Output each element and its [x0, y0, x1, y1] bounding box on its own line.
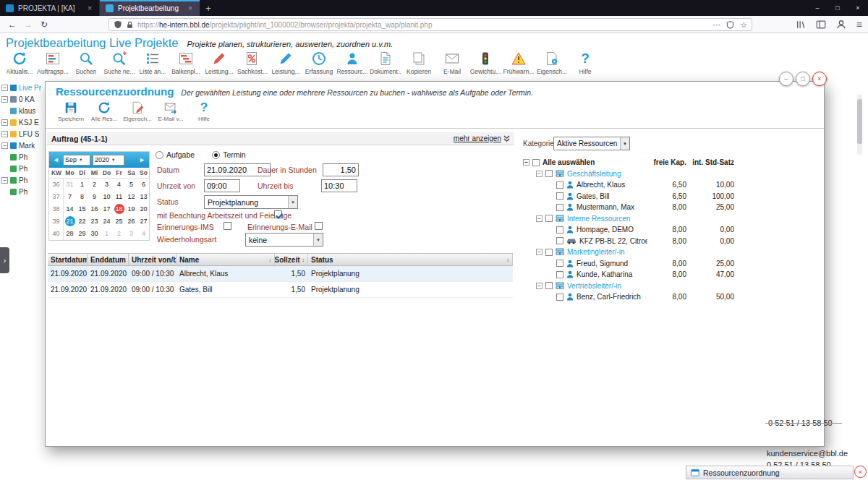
email-button[interactable]: E-Mail	[435, 51, 469, 75]
tracking-shield-icon[interactable]	[114, 20, 122, 29]
calendar-day[interactable]: 22	[76, 215, 88, 228]
tab-projektbearbeitung[interactable]: Projektbearbeitung ×	[100, 0, 200, 16]
dialog-minimize-button[interactable]: –	[779, 72, 793, 86]
resource-checkbox[interactable]	[556, 271, 563, 278]
url-text[interactable]: https://he-intern.bbl.de/projekta/plight…	[137, 21, 709, 29]
calendar-day[interactable]: 14	[64, 203, 76, 215]
resource-group[interactable]: − Interne Ressourcen	[520, 213, 734, 225]
calendar-day-today[interactable]: 18	[113, 203, 125, 215]
save-button[interactable]: Speichern	[54, 100, 88, 122]
resource-checkbox[interactable]	[556, 192, 563, 200]
calendar-day[interactable]: 23	[88, 215, 101, 228]
window-minimize-button[interactable]: –	[807, 0, 827, 16]
resource-group[interactable]: − Geschäftsleitung	[520, 168, 734, 180]
service-edit-button[interactable]: Leistung...	[203, 51, 236, 75]
expander-icon[interactable]: −	[523, 159, 529, 166]
calendar-day[interactable]: 3	[125, 228, 137, 240]
resource-checkbox[interactable]	[556, 204, 563, 211]
group-checkbox[interactable]	[545, 249, 553, 256]
expander-icon[interactable]: −	[1, 119, 8, 126]
page-scrollbar[interactable]	[857, 94, 862, 155]
erinnerung-ims-checkbox[interactable]	[224, 222, 231, 230]
radio-icon[interactable]	[212, 151, 220, 159]
month-select[interactable]: Sep▼	[63, 155, 90, 166]
material-costs-button[interactable]: Sachkost...	[236, 51, 269, 75]
calendar-day[interactable]: 7	[64, 191, 76, 203]
expander-icon[interactable]: −	[536, 215, 542, 222]
uhrzeit-bis-input[interactable]	[321, 179, 357, 192]
select-all-row[interactable]: − Alle auswählen freie Kap. int. Std-Sat…	[520, 157, 734, 168]
year-select[interactable]: 2020▼	[93, 155, 124, 166]
taskbar-item-ressourcenzuordnung[interactable]: Ressourcenzuordnung	[686, 466, 854, 479]
expander-icon[interactable]: −	[536, 283, 542, 289]
next-month-icon[interactable]: ►	[137, 156, 147, 163]
resource-group[interactable]: − Marketingleiter/-in	[520, 247, 734, 258]
resource-row[interactable]: Albrecht, Klaus 6,50 10,00	[520, 179, 734, 191]
permissions-shield-icon[interactable]	[726, 21, 734, 29]
resource-checkbox[interactable]	[556, 226, 563, 234]
taskbar-close-button[interactable]: ×	[854, 466, 867, 478]
new-tab-button[interactable]: +	[200, 0, 217, 16]
erinnerung-email-checkbox[interactable]	[315, 222, 323, 230]
calendar-day[interactable]: 31	[64, 179, 76, 191]
window-maximize-button[interactable]: □	[827, 0, 848, 16]
tree-item[interactable]: −LFU S	[1, 128, 45, 140]
tree-item[interactable]: klaus	[1, 105, 45, 116]
search-button[interactable]: Suchen	[69, 51, 103, 75]
col-name[interactable]: Name↕	[176, 254, 275, 265]
calendar-day[interactable]: 17	[101, 203, 113, 215]
sidebar-flyout-handle[interactable]: ›	[0, 247, 9, 273]
properties-button[interactable]: Eigensch...	[535, 51, 569, 75]
tab-close-icon[interactable]: ×	[187, 4, 194, 12]
reload-button[interactable]: ↻	[36, 16, 52, 33]
calendar-day[interactable]: 29	[76, 228, 88, 240]
weighting-button[interactable]: Gewichtu...	[469, 51, 502, 75]
table-row[interactable]: 21.09.2020 21.09.2020 09:00 / 10:30 Albr…	[48, 266, 513, 282]
col-status[interactable]: Status↕	[308, 254, 513, 265]
search-new-button[interactable]: Suche ne...	[103, 51, 136, 75]
help-button[interactable]: ? Hilfe	[187, 100, 221, 122]
tree-item[interactable]: Ph	[1, 163, 45, 174]
calendar-day[interactable]: 19	[125, 203, 137, 215]
resource-row[interactable]: Hompage, DEMO 8,00 0,00	[520, 224, 734, 236]
page-actions-icon[interactable]: ⋯	[712, 20, 720, 30]
calendar-day[interactable]: 15	[76, 203, 88, 215]
window-close-button[interactable]: ×	[848, 0, 868, 16]
lock-icon[interactable]	[126, 21, 134, 29]
calendar-day[interactable]: 6	[137, 179, 150, 191]
calendar-day[interactable]: 24	[101, 215, 113, 228]
resource-group[interactable]: − Vertriebsleiter/-in	[520, 281, 734, 292]
col-startdatum[interactable]: Startdatum▼	[48, 254, 88, 265]
early-warning-button[interactable]: Frühwarn...	[502, 51, 535, 75]
documents-button[interactable]: Dokument...	[369, 51, 402, 75]
scrollbar-thumb[interactable]	[857, 99, 862, 144]
calendar-day[interactable]: 1	[101, 228, 113, 240]
tree-item[interactable]: −0 KA	[1, 93, 45, 105]
feiertage-checkbox[interactable]	[274, 210, 282, 218]
tree-item[interactable]: Ph	[1, 186, 45, 197]
prev-month-icon[interactable]: ◄	[51, 156, 61, 163]
resource-checkbox[interactable]	[556, 294, 563, 301]
calendar-day[interactable]: 10	[101, 191, 113, 203]
group-checkbox[interactable]	[545, 215, 553, 222]
col-enddatum[interactable]: Enddatum▼	[88, 254, 129, 265]
calendar-day-selected[interactable]: 21	[64, 215, 76, 228]
all-resources-button[interactable]: Alle Res...	[88, 100, 121, 122]
expander-icon[interactable]: −	[1, 142, 8, 149]
calendar-day[interactable]: 16	[88, 203, 101, 215]
calendar-day[interactable]: 8	[76, 191, 88, 203]
resource-row[interactable]: Kunde, Katharina 8,00 47,00	[520, 269, 734, 281]
bookmark-star-icon[interactable]: ☆	[740, 20, 747, 30]
tab-projekta[interactable]: PROJEKTA | [KA] ×	[0, 0, 100, 16]
dialog-close-button[interactable]: ×	[812, 72, 827, 86]
radio-aufgabe[interactable]: Aufgabe	[156, 150, 195, 159]
dialog-maximize-button[interactable]: □	[796, 72, 810, 86]
group-checkbox[interactable]	[545, 170, 553, 177]
tree-item[interactable]: Ph	[1, 151, 45, 163]
calendar-day[interactable]: 2	[88, 179, 101, 191]
kategorie-select[interactable]: Aktive Ressourcen▼	[553, 137, 630, 150]
resource-checkbox[interactable]	[556, 237, 563, 244]
time-entry-button[interactable]: Erfassung	[302, 51, 336, 75]
service-entry-button[interactable]: Leistung...	[269, 51, 302, 75]
col-uhrzeit[interactable]: Uhrzeit von/bis↕	[129, 254, 176, 265]
